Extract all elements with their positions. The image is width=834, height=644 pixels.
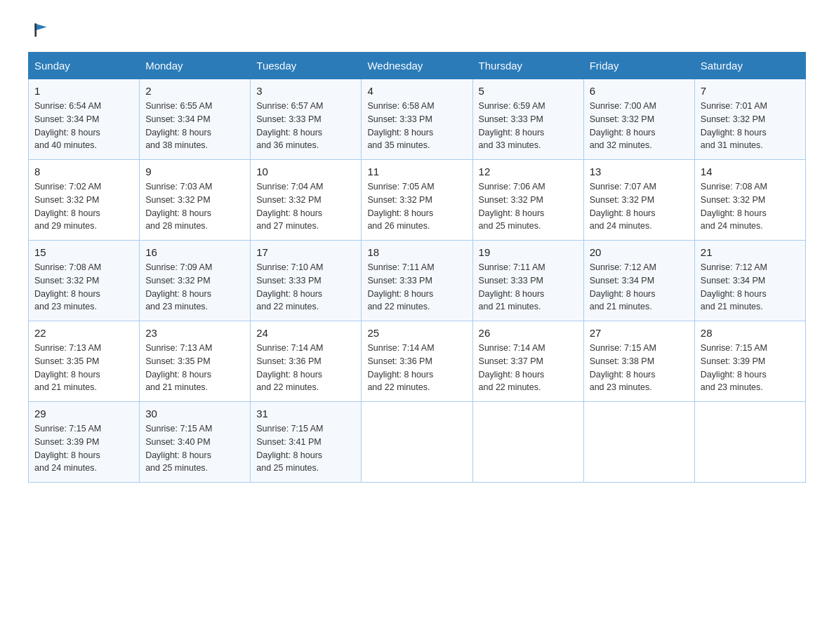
day-cell: 2Sunrise: 6:55 AMSunset: 3:34 PMDaylight…	[140, 79, 251, 160]
week-row-2: 8Sunrise: 7:02 AMSunset: 3:32 PMDaylight…	[29, 160, 806, 241]
day-cell: 25Sunrise: 7:14 AMSunset: 3:36 PMDayligh…	[362, 321, 472, 402]
day-cell: 31Sunrise: 7:15 AMSunset: 3:41 PMDayligh…	[251, 402, 362, 483]
day-info: Sunrise: 7:14 AMSunset: 3:36 PMDaylight:…	[256, 342, 355, 394]
day-info: Sunrise: 7:04 AMSunset: 3:32 PMDaylight:…	[256, 180, 355, 233]
day-cell: 22Sunrise: 7:13 AMSunset: 3:35 PMDayligh…	[29, 321, 140, 402]
day-number: 28	[701, 327, 800, 339]
day-info: Sunrise: 7:11 AMSunset: 3:33 PMDaylight:…	[367, 261, 466, 314]
day-number: 6	[590, 85, 689, 97]
day-number: 11	[367, 166, 466, 177]
day-info: Sunrise: 7:02 AMSunset: 3:32 PMDaylight:…	[34, 180, 133, 233]
day-header-tuesday: Tuesday	[251, 53, 362, 79]
day-info: Sunrise: 7:12 AMSunset: 3:34 PMDaylight:…	[590, 261, 689, 314]
day-header-friday: Friday	[583, 53, 694, 79]
day-number: 9	[145, 166, 244, 177]
day-cell	[362, 402, 472, 483]
week-row-1: 1Sunrise: 6:54 AMSunset: 3:34 PMDaylight…	[29, 79, 806, 160]
page-header	[28, 21, 806, 38]
day-cell: 5Sunrise: 6:59 AMSunset: 3:33 PMDaylight…	[472, 79, 583, 160]
day-cell: 14Sunrise: 7:08 AMSunset: 3:32 PMDayligh…	[694, 160, 805, 241]
day-number: 1	[34, 85, 133, 97]
day-cell: 19Sunrise: 7:11 AMSunset: 3:33 PMDayligh…	[472, 241, 583, 321]
day-cell	[583, 402, 694, 483]
svg-rect-1	[34, 23, 37, 36]
day-info: Sunrise: 7:10 AMSunset: 3:33 PMDaylight:…	[256, 261, 355, 314]
week-row-4: 22Sunrise: 7:13 AMSunset: 3:35 PMDayligh…	[29, 321, 806, 402]
day-cell: 8Sunrise: 7:02 AMSunset: 3:32 PMDaylight…	[29, 160, 140, 241]
day-number: 3	[256, 85, 355, 97]
day-header-sunday: Sunday	[29, 53, 140, 79]
day-number: 4	[367, 85, 466, 97]
day-info: Sunrise: 6:59 AMSunset: 3:33 PMDaylight:…	[479, 100, 578, 152]
day-number: 21	[701, 246, 800, 258]
day-number: 26	[479, 327, 578, 339]
day-cell: 26Sunrise: 7:14 AMSunset: 3:37 PMDayligh…	[472, 321, 583, 402]
day-info: Sunrise: 7:14 AMSunset: 3:37 PMDaylight:…	[479, 342, 578, 394]
day-header-saturday: Saturday	[694, 53, 805, 79]
day-number: 2	[145, 85, 244, 97]
day-number: 29	[34, 408, 133, 420]
day-number: 20	[590, 246, 689, 258]
day-cell: 12Sunrise: 7:06 AMSunset: 3:32 PMDayligh…	[472, 160, 583, 241]
day-cell: 13Sunrise: 7:07 AMSunset: 3:32 PMDayligh…	[583, 160, 694, 241]
day-cell: 15Sunrise: 7:08 AMSunset: 3:32 PMDayligh…	[29, 241, 140, 321]
day-number: 23	[145, 327, 244, 339]
day-info: Sunrise: 6:55 AMSunset: 3:34 PMDaylight:…	[145, 100, 244, 152]
day-info: Sunrise: 7:09 AMSunset: 3:32 PMDaylight:…	[145, 261, 244, 314]
day-cell: 28Sunrise: 7:15 AMSunset: 3:39 PMDayligh…	[694, 321, 805, 402]
day-cell: 1Sunrise: 6:54 AMSunset: 3:34 PMDaylight…	[29, 79, 140, 160]
day-info: Sunrise: 7:15 AMSunset: 3:39 PMDaylight:…	[701, 342, 800, 394]
day-cell: 21Sunrise: 7:12 AMSunset: 3:34 PMDayligh…	[694, 241, 805, 321]
day-cell: 20Sunrise: 7:12 AMSunset: 3:34 PMDayligh…	[583, 241, 694, 321]
day-info: Sunrise: 7:13 AMSunset: 3:35 PMDaylight:…	[34, 342, 133, 394]
day-info: Sunrise: 7:01 AMSunset: 3:32 PMDaylight:…	[701, 100, 800, 152]
day-number: 8	[34, 166, 133, 177]
day-info: Sunrise: 7:13 AMSunset: 3:35 PMDaylight:…	[145, 342, 244, 394]
day-cell: 10Sunrise: 7:04 AMSunset: 3:32 PMDayligh…	[251, 160, 362, 241]
day-info: Sunrise: 7:15 AMSunset: 3:40 PMDaylight:…	[145, 422, 244, 475]
day-number: 13	[590, 166, 689, 177]
day-number: 24	[256, 327, 355, 339]
day-number: 7	[701, 85, 800, 97]
day-info: Sunrise: 7:14 AMSunset: 3:36 PMDaylight:…	[367, 342, 466, 394]
logo	[28, 21, 55, 38]
day-cell: 29Sunrise: 7:15 AMSunset: 3:39 PMDayligh…	[29, 402, 140, 483]
day-info: Sunrise: 7:05 AMSunset: 3:32 PMDaylight:…	[367, 180, 466, 233]
day-info: Sunrise: 6:57 AMSunset: 3:33 PMDaylight:…	[256, 100, 355, 152]
day-number: 25	[367, 327, 466, 339]
day-number: 5	[479, 85, 578, 97]
day-cell: 3Sunrise: 6:57 AMSunset: 3:33 PMDaylight…	[251, 79, 362, 160]
day-number: 12	[479, 166, 578, 177]
day-number: 17	[256, 246, 355, 258]
day-number: 18	[367, 246, 466, 258]
day-cell: 23Sunrise: 7:13 AMSunset: 3:35 PMDayligh…	[140, 321, 251, 402]
day-cell: 4Sunrise: 6:58 AMSunset: 3:33 PMDaylight…	[362, 79, 472, 160]
day-cell: 16Sunrise: 7:09 AMSunset: 3:32 PMDayligh…	[140, 241, 251, 321]
day-cell: 6Sunrise: 7:00 AMSunset: 3:32 PMDaylight…	[583, 79, 694, 160]
day-number: 27	[590, 327, 689, 339]
day-info: Sunrise: 6:58 AMSunset: 3:33 PMDaylight:…	[367, 100, 466, 152]
day-cell: 18Sunrise: 7:11 AMSunset: 3:33 PMDayligh…	[362, 241, 472, 321]
day-header-thursday: Thursday	[472, 53, 583, 79]
day-info: Sunrise: 7:07 AMSunset: 3:32 PMDaylight:…	[590, 180, 689, 233]
day-number: 19	[479, 246, 578, 258]
day-cell: 17Sunrise: 7:10 AMSunset: 3:33 PMDayligh…	[251, 241, 362, 321]
day-cell: 11Sunrise: 7:05 AMSunset: 3:32 PMDayligh…	[362, 160, 472, 241]
day-info: Sunrise: 6:54 AMSunset: 3:34 PMDaylight:…	[34, 100, 133, 152]
calendar-header-row: SundayMondayTuesdayWednesdayThursdayFrid…	[29, 53, 806, 79]
day-info: Sunrise: 7:12 AMSunset: 3:34 PMDaylight:…	[701, 261, 800, 314]
day-info: Sunrise: 7:15 AMSunset: 3:38 PMDaylight:…	[590, 342, 689, 394]
week-row-5: 29Sunrise: 7:15 AMSunset: 3:39 PMDayligh…	[29, 402, 806, 483]
day-number: 31	[256, 408, 355, 420]
day-info: Sunrise: 7:03 AMSunset: 3:32 PMDaylight:…	[145, 180, 244, 233]
day-number: 16	[145, 246, 244, 258]
day-info: Sunrise: 7:08 AMSunset: 3:32 PMDaylight:…	[701, 180, 800, 233]
day-cell: 9Sunrise: 7:03 AMSunset: 3:32 PMDaylight…	[140, 160, 251, 241]
day-cell: 27Sunrise: 7:15 AMSunset: 3:38 PMDayligh…	[583, 321, 694, 402]
calendar-table: SundayMondayTuesdayWednesdayThursdayFrid…	[28, 52, 806, 483]
day-header-wednesday: Wednesday	[362, 53, 472, 79]
day-cell	[472, 402, 583, 483]
day-number: 10	[256, 166, 355, 177]
day-info: Sunrise: 7:11 AMSunset: 3:33 PMDaylight:…	[479, 261, 578, 314]
day-cell: 30Sunrise: 7:15 AMSunset: 3:40 PMDayligh…	[140, 402, 251, 483]
